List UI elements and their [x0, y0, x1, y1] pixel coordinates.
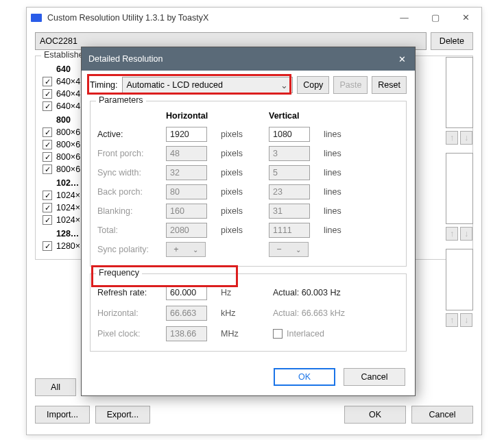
param-row: Blanking:160pixels31lines	[97, 201, 399, 221]
chevron-down-icon: ⌄	[193, 246, 198, 254]
param-label: Front porch:	[97, 149, 159, 158]
v-unit: lines	[324, 149, 365, 158]
parameters-fieldset: Parameters Horizontal Vertical Active:19…	[90, 101, 407, 267]
side-listbox-3[interactable]	[446, 249, 473, 310]
timing-row: Timing: Automatic - LCD reduced ⌄ Copy P…	[90, 76, 407, 94]
side-listbox[interactable]	[446, 57, 473, 128]
dialog-cancel-button[interactable]: Cancel	[344, 368, 405, 386]
main-bottom-row: Import... Export... OK Cancel	[35, 406, 473, 424]
maximize-button[interactable]: ▢	[420, 8, 451, 28]
sync-polarity-label: Sync polarity:	[97, 245, 159, 254]
interlaced-option[interactable]: Interlaced	[273, 329, 369, 339]
dialog-title: Detailed Resolution	[88, 54, 163, 64]
v-input: 5	[269, 165, 310, 180]
main-titlebar: Custom Resolution Utility 1.3.1 by Toast…	[27, 8, 481, 28]
minimize-button[interactable]: —	[389, 8, 420, 28]
v-unit: lines	[324, 206, 365, 216]
delete-button[interactable]: Delete	[431, 32, 473, 50]
timing-select[interactable]: Automatic - LCD reduced ⌄	[122, 77, 293, 93]
v-input[interactable]: 1080	[269, 127, 310, 142]
side-listbox-2[interactable]	[446, 153, 473, 224]
h-polarity-select[interactable]: +⌄	[166, 242, 206, 257]
freq-label: Horizontal:	[97, 308, 159, 318]
main-ok-button[interactable]: OK	[344, 406, 406, 424]
h-input: 32	[166, 165, 207, 180]
paste-button[interactable]: Paste	[333, 76, 368, 94]
checkbox-icon[interactable]	[43, 152, 52, 162]
dialog-close-button[interactable]: ✕	[389, 47, 415, 71]
v-unit: lines	[324, 168, 365, 178]
dialog-titlebar: Detailed Resolution ✕	[82, 47, 415, 71]
move-up-button[interactable]: ↑	[446, 131, 458, 145]
freq-row: Horizontal:66.663kHzActual: 66.663 kHz	[97, 303, 399, 323]
frequency-legend: Frequency	[96, 268, 142, 278]
freq-unit: MHz	[221, 329, 248, 339]
h-unit: pixels	[221, 130, 262, 139]
move-down-button-2[interactable]: ↓	[460, 227, 472, 241]
param-row: Active:1920pixels1080lines	[97, 125, 399, 144]
close-button[interactable]: ✕	[451, 8, 481, 28]
chevron-down-icon: ⌄	[296, 246, 301, 254]
main-cancel-button[interactable]: Cancel	[411, 406, 473, 424]
h-input: 2080	[166, 223, 207, 238]
h-unit: pixels	[221, 168, 262, 178]
param-label: Total:	[97, 225, 159, 235]
export-button[interactable]: Export...	[95, 406, 150, 424]
detailed-resolution-dialog: Detailed Resolution ✕ Timing: Automatic …	[81, 47, 416, 396]
freq-row: Refresh rate:60.000HzActual: 60.003 Hz	[97, 282, 399, 303]
param-row: Sync width:32pixels5lines	[97, 163, 399, 182]
frequency-fieldset: Frequency Refresh rate:60.000HzActual: 6…	[90, 273, 407, 352]
checkbox-icon[interactable]	[43, 215, 52, 225]
checkbox-icon[interactable]	[43, 140, 52, 149]
actual-value: Actual: 66.663 kHz	[273, 308, 369, 318]
checkbox-icon[interactable]	[43, 77, 52, 86]
checkbox-icon[interactable]	[43, 101, 52, 111]
checkbox-icon[interactable]	[43, 203, 52, 212]
h-unit: pixels	[221, 149, 262, 158]
freq-input[interactable]: 60.000	[166, 285, 207, 300]
close-icon: ✕	[398, 54, 406, 64]
dialog-ok-button[interactable]: OK	[274, 368, 335, 386]
app-icon	[31, 14, 42, 22]
import-button[interactable]: Import...	[35, 406, 90, 424]
param-label: Blanking:	[97, 206, 159, 216]
freq-label: Refresh rate:	[97, 288, 159, 297]
move-up-button-2[interactable]: ↑	[446, 227, 458, 241]
v-unit: lines	[324, 130, 365, 139]
param-label: Sync width:	[97, 168, 159, 178]
v-input: 3	[269, 146, 310, 161]
h-unit: pixels	[221, 225, 262, 235]
actual-value: Actual: 60.003 Hz	[273, 288, 369, 297]
chevron-down-icon: ⌄	[280, 80, 288, 90]
checkbox-icon[interactable]	[43, 241, 52, 251]
param-row: Total:2080pixels1111lines	[97, 221, 399, 240]
checkbox-icon[interactable]	[43, 191, 52, 200]
timing-label: Timing:	[90, 80, 118, 90]
reset-button[interactable]: Reset	[372, 76, 407, 94]
param-label: Active:	[97, 130, 159, 139]
move-down-button[interactable]: ↓	[460, 131, 472, 145]
freq-unit: Hz	[221, 288, 248, 297]
v-input: 31	[269, 204, 310, 219]
v-unit: lines	[324, 225, 365, 235]
checkbox-icon[interactable]	[43, 127, 52, 137]
move-down-button-3[interactable]: ↓	[460, 313, 472, 327]
param-row: Back porch:80pixels23lines	[97, 182, 399, 201]
app-title: Custom Resolution Utility 1.3.1 by Toast…	[47, 8, 208, 28]
freq-unit: kHz	[221, 308, 248, 318]
h-unit: pixels	[221, 206, 262, 216]
h-input: 80	[166, 184, 207, 199]
parameters-legend: Parameters	[96, 95, 146, 105]
side-panel: ↑ ↓ ↑ ↓ ↑ ↓	[446, 57, 473, 379]
copy-button[interactable]: Copy	[297, 76, 329, 94]
move-up-button-3[interactable]: ↑	[446, 313, 458, 327]
freq-label: Pixel clock:	[97, 329, 159, 339]
checkbox-icon[interactable]	[43, 164, 52, 174]
v-polarity-select[interactable]: −⌄	[269, 242, 309, 257]
h-unit: pixels	[221, 187, 262, 197]
checkbox-icon[interactable]	[273, 329, 283, 339]
checkbox-icon[interactable]	[43, 89, 52, 99]
all-button[interactable]: All	[35, 378, 76, 396]
h-input[interactable]: 1920	[166, 127, 207, 142]
freq-row: Pixel clock:138.66MHzInterlaced	[97, 323, 399, 344]
